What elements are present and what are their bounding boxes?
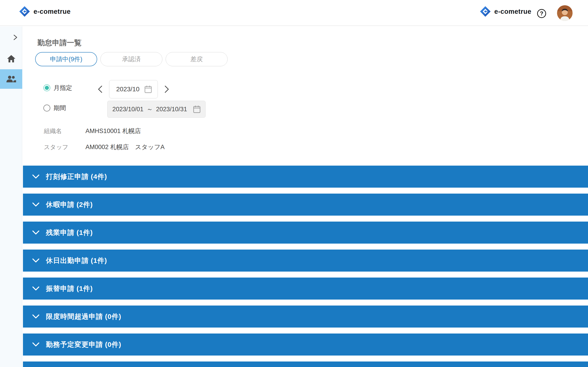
request-accordion-list: 打刻修正申請 (4件) 休暇申請 (2件) 残業申請 (1件) xyxy=(23,166,588,367)
app-logo-secondary: e-cometrue xyxy=(480,6,531,17)
app-header: e-cometrue e-cometrue ? xyxy=(0,0,588,26)
tab-pending[interactable]: 申請中(9件) xyxy=(35,52,97,66)
organization-row: 組織名 AMHS10001 札幌店 xyxy=(44,127,141,135)
month-radio[interactable]: 月指定 xyxy=(43,84,72,92)
calendar-icon[interactable] xyxy=(193,105,200,113)
chevron-down-icon xyxy=(32,342,40,347)
period-start-value: 2023/10/01 xyxy=(112,106,143,113)
organization-value: AMHS10001 札幌店 xyxy=(86,127,141,135)
accordion-header[interactable]: 休日出勤申請 (1件) xyxy=(23,250,588,272)
calendar-icon[interactable] xyxy=(145,85,152,93)
tab-approved[interactable]: 承認済 xyxy=(100,52,162,66)
chevron-right-icon xyxy=(164,85,169,93)
chevron-down-icon xyxy=(32,202,40,207)
sidebar-expand-button[interactable] xyxy=(12,33,20,42)
logo-text: e-cometrue xyxy=(494,8,531,15)
tab-returned[interactable]: 差戻 xyxy=(166,52,228,66)
chevron-down-icon xyxy=(32,314,40,319)
month-picker: 2023/10 xyxy=(96,80,171,98)
staff-value: AM0002 札幌店 スタッフA xyxy=(86,143,165,151)
help-icon[interactable]: ? xyxy=(536,8,547,19)
sidebar-item-staff[interactable] xyxy=(0,69,22,89)
accordion-header[interactable]: 残業申請 (1件) xyxy=(23,222,588,244)
accordion-label: 休日出勤申請 (1件) xyxy=(46,256,107,265)
people-icon xyxy=(6,75,16,83)
chevron-left-icon xyxy=(98,85,103,93)
month-input[interactable]: 2023/10 xyxy=(109,80,158,98)
sidebar-item-home[interactable] xyxy=(0,49,22,68)
month-value: 2023/10 xyxy=(116,85,139,93)
accordion-label: 休暇申請 (2件) xyxy=(46,200,93,209)
accordion-header[interactable]: 振替申請 (1件) xyxy=(23,277,588,300)
accordion-label: 限度時間超過申請 (0件) xyxy=(46,312,121,321)
staff-label: スタッフ xyxy=(44,143,86,151)
next-month-button[interactable] xyxy=(163,85,171,94)
sidebar xyxy=(0,26,22,367)
organization-label: 組織名 xyxy=(44,127,86,135)
chevron-down-icon xyxy=(32,258,40,263)
svg-text:?: ? xyxy=(540,10,544,17)
radio-unselected-icon xyxy=(43,105,50,111)
accordion-header[interactable]: 休暇申請 (2件) xyxy=(23,194,588,216)
accordion-header[interactable]: 勤務予定変更申請 (0件) xyxy=(23,334,588,356)
period-tilde: ～ xyxy=(147,105,153,113)
logo-diamond-icon xyxy=(480,6,491,17)
period-radio[interactable]: 期間 xyxy=(43,104,66,112)
staff-row: スタッフ AM0002 札幌店 スタッフA xyxy=(44,143,165,151)
accordion-header[interactable]: 打刻修正申請 (4件) xyxy=(23,166,588,188)
user-avatar[interactable] xyxy=(557,5,573,21)
accordion-label: 打刻修正申請 (4件) xyxy=(46,172,107,181)
radio-selected-icon xyxy=(43,84,50,91)
accordion-label: 振替申請 (1件) xyxy=(46,284,93,293)
accordion-label: 残業申請 (1件) xyxy=(46,228,93,237)
month-radio-label: 月指定 xyxy=(53,84,72,92)
logo-text: e-cometrue xyxy=(34,8,70,15)
period-radio-label: 期間 xyxy=(53,104,66,112)
page-title: 勤怠申請一覧 xyxy=(37,38,82,48)
chevron-right-icon xyxy=(12,34,20,41)
period-end-value: 2023/10/31 xyxy=(156,106,187,113)
app-logo: e-cometrue xyxy=(19,6,70,17)
chevron-down-icon xyxy=(32,230,40,235)
accordion-header[interactable] xyxy=(23,361,588,367)
accordion-header[interactable]: 限度時間超過申請 (0件) xyxy=(23,306,588,327)
main-content: 勤怠申請一覧 申請中(9件) 承認済 差戻 月指定 2023/10 xyxy=(23,26,588,367)
logo-diamond-icon xyxy=(19,6,30,17)
accordion-label: 勤務予定変更申請 (0件) xyxy=(46,340,121,349)
period-range-input[interactable]: 2023/10/01 ～ 2023/10/31 xyxy=(107,101,206,118)
home-icon xyxy=(7,55,16,63)
chevron-down-icon xyxy=(32,174,40,179)
prev-month-button[interactable] xyxy=(96,85,104,94)
chevron-down-icon xyxy=(32,286,40,291)
status-tabs: 申請中(9件) 承認済 差戻 xyxy=(35,52,228,66)
